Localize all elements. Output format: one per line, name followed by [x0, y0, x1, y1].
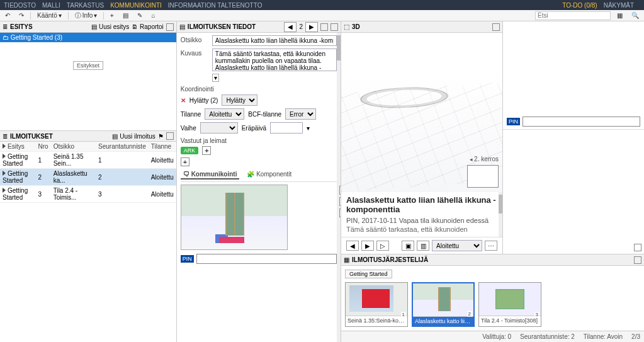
- caption-desc: Tämä sääntö tarkastaa, että ikkunoiden: [346, 225, 497, 233]
- tool-a[interactable]: ⌖: [108, 12, 116, 20]
- details-icon: ▤: [179, 23, 185, 30]
- info-dropdown[interactable]: ⓘ Info ▾: [72, 11, 100, 20]
- nav-next-button[interactable]: ▷: [376, 241, 389, 251]
- menu-tarkastus[interactable]: TARKASTUS: [67, 2, 104, 9]
- search-input[interactable]: [535, 11, 611, 20]
- tool-d[interactable]: ⌂: [149, 12, 157, 19]
- jarjestelija-body: Getting Started 11Seinä 1.35:Seinä-kompo…: [341, 266, 644, 331]
- col-otsikko[interactable]: Otsikko: [51, 142, 96, 152]
- jarj-chip[interactable]: Getting Started: [345, 270, 392, 278]
- esitys-panel-header: ≣ ESITYS ▤ Uusi esitys 🗎 Raportoi: [0, 21, 176, 33]
- viewer-title: 3D: [352, 23, 360, 30]
- right-side-panel: PIN: [502, 21, 644, 254]
- details-prev-button[interactable]: ◀: [284, 22, 297, 32]
- menu-kommunikointi[interactable]: KOMMUNIKOINTI: [110, 2, 162, 9]
- calendar-icon[interactable]: ▾: [307, 125, 310, 132]
- details-popout-icon[interactable]: [320, 23, 328, 31]
- main-toolbar: ↶ ↷ Kääntö ▾ ⓘ Info ▾ ⌖ ▤ ✎ ⌂ ▦ 🔍: [0, 10, 644, 21]
- koordinointi-title: Koordinointi: [181, 86, 337, 93]
- esitykset-tag[interactable]: Esitykset: [73, 61, 103, 70]
- jarjestelija-header: ▦ ILMOITUSJÄRJESTELIJÄ: [341, 254, 644, 266]
- ilmoitukset-table: Esitys Nro Otsikko Seurantatunniste Tila…: [0, 142, 176, 203]
- ilmo-maximize-icon[interactable]: [166, 132, 174, 140]
- menu-tiedosto[interactable]: TIEDOSTO: [4, 2, 36, 9]
- col-seur[interactable]: Seurantatunniste: [96, 142, 149, 152]
- hylatty-select[interactable]: Hylätty: [222, 94, 257, 106]
- table-row[interactable]: Getting Started1Seinä 1.35 Sein...1Aloit…: [0, 152, 176, 169]
- vastuut-title: Vastuut ja leimat: [181, 137, 337, 144]
- remove-hylatty-icon[interactable]: ✕: [181, 97, 186, 104]
- otsikko-label: Otsikko: [181, 35, 210, 43]
- 3d-viewport[interactable]: ◂ 2. kerros: [341, 33, 502, 192]
- tool-c[interactable]: ✎: [135, 12, 145, 19]
- floor-label[interactable]: ◂ 2. kerros: [470, 156, 499, 162]
- col-esitys[interactable]: Esitys: [0, 142, 36, 152]
- list-icon: ≣: [3, 133, 8, 140]
- pin-comment-input[interactable]: [196, 254, 337, 264]
- eraspvm-input[interactable]: [270, 122, 303, 134]
- snapshot-refresh-button[interactable]: ⟳: [339, 197, 341, 206]
- search-icon[interactable]: 🔍: [629, 12, 641, 19]
- ilmoitukset-table-wrap: Esitys Nro Otsikko Seurantatunniste Tila…: [0, 142, 176, 342]
- esitys-list: 🗀 Getting Started (3) Esitykset: [0, 33, 176, 130]
- layout-toggle[interactable]: ▦: [614, 12, 625, 19]
- side-maximize-icon[interactable]: [634, 244, 641, 251]
- report-button[interactable]: 🗎 Raportoi: [132, 23, 164, 30]
- tool-b[interactable]: ▤: [120, 12, 131, 19]
- minimap[interactable]: [467, 165, 499, 188]
- jarj-card[interactable]: 33Tila 2.4 - Toimisto[308]: [478, 282, 541, 327]
- add-vastuu-button[interactable]: +: [202, 146, 211, 155]
- new-esitys-button[interactable]: ▤ Uusi esitys: [91, 23, 129, 30]
- esitys-maximize-icon[interactable]: [166, 23, 174, 31]
- side-pin-input[interactable]: [523, 117, 640, 127]
- nav-first-button[interactable]: ◀: [346, 241, 359, 251]
- table-row[interactable]: Getting Started3Tila 2.4 - Toimis...3Alo…: [0, 186, 176, 203]
- menu-malli[interactable]: MALLI: [42, 2, 60, 9]
- jarj-card[interactable]: 11Seinä 1.35:Seinä-komponentti ei...: [345, 282, 408, 327]
- todo-indicator[interactable]: TO-DO (0/8): [562, 2, 597, 9]
- nav-extra-button[interactable]: ⋯: [485, 241, 497, 251]
- nav-mode-b[interactable]: ▥: [417, 241, 429, 251]
- redo-button[interactable]: ↷: [16, 12, 26, 19]
- snapshot-add-button[interactable]: +: [339, 186, 341, 195]
- status-page: 2/3: [631, 333, 640, 340]
- list-icon: ≣: [3, 23, 8, 30]
- jarj-card[interactable]: 22Alaslaskettu katto liian lähellä ik...: [412, 282, 475, 327]
- esitys-item-selected[interactable]: 🗀 Getting Started (3): [0, 33, 176, 42]
- tab-kommunikointi[interactable]: 🗨 Kommunikointi: [181, 170, 240, 180]
- nav-status-select[interactable]: Aloitettu: [432, 240, 482, 251]
- new-ilmoitus-button[interactable]: ▤ Uusi ilmoitus: [112, 133, 155, 140]
- menu-info-talteenotto[interactable]: INFORMAATION TALTEENOTTO: [168, 2, 263, 9]
- col-tilanne[interactable]: Tilanne: [149, 142, 176, 152]
- bcf-select[interactable]: Error: [285, 108, 316, 120]
- viewer-nav-controls: ◀ ▶ ▷ ▣ ▥ Aloitettu ⋯: [341, 237, 502, 254]
- table-row[interactable]: Getting Started2Alaslaskettu ka...2Aloit…: [0, 169, 176, 186]
- col-nro[interactable]: Nro: [36, 142, 51, 152]
- tab-komponentit[interactable]: 🧩 Komponentit: [244, 170, 294, 180]
- add-leima-button[interactable]: +: [181, 157, 189, 166]
- stair-outline: [360, 72, 448, 123]
- details-next-button[interactable]: ▶: [305, 22, 318, 32]
- undo-button[interactable]: ↶: [3, 12, 13, 19]
- viewer-header: ⬚ 3D: [341, 21, 502, 33]
- viewer-maximize-icon[interactable]: [492, 23, 500, 31]
- menu-nakymat[interactable]: NÄKYMÄT: [604, 2, 634, 9]
- jarj-maximize-icon[interactable]: [634, 256, 641, 264]
- rotate-dropdown[interactable]: Kääntö ▾: [35, 12, 64, 19]
- otsikko-input[interactable]: [212, 35, 337, 46]
- nav-mode-a[interactable]: ▣: [402, 241, 414, 251]
- details-maximize-icon[interactable]: [330, 23, 338, 31]
- flag-icon[interactable]: ⚑: [158, 133, 164, 140]
- vaihe-select[interactable]: [200, 122, 238, 134]
- ark-badge[interactable]: ARK: [181, 147, 199, 154]
- snapshot-delete-button[interactable]: ✕: [339, 208, 341, 217]
- snapshot-preview[interactable]: [181, 185, 288, 250]
- details-body: Otsikko Kuvaus ▾ Koordinointi ✕ Hylätty …: [177, 33, 341, 342]
- caption-scrollbar[interactable]: [499, 192, 502, 237]
- kuvaus-textarea[interactable]: [212, 48, 337, 71]
- nav-play-button[interactable]: ▶: [361, 241, 374, 251]
- tilanne-select[interactable]: Aloitettu: [205, 108, 244, 120]
- expand-icon[interactable]: ▾: [212, 74, 219, 82]
- details-page-num: 2: [299, 23, 303, 30]
- status-bar: Valittuja: 0 Seurantatunniste: 2 Tilanne…: [341, 331, 644, 342]
